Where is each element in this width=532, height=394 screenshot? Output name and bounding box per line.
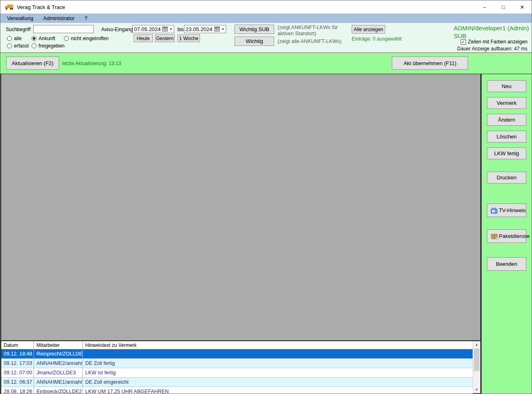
table-row[interactable]: 09.12. 06:37 ANNAHME1/annahme1 DE Zoll e… bbox=[1, 378, 473, 387]
heute-button[interactable]: Heute bbox=[134, 34, 153, 42]
scroll-down-icon[interactable]: ▼ bbox=[473, 386, 480, 393]
window-controls: – □ ✕ bbox=[475, 0, 532, 14]
chevron-down-icon[interactable]: ▼ bbox=[221, 27, 225, 31]
package-icon bbox=[491, 233, 499, 240]
radio-nicht-eingetroffen[interactable]: nicht eingetroffen bbox=[64, 36, 109, 41]
search-label: Suchbegriff bbox=[6, 27, 31, 32]
drucken-button[interactable]: Drucken bbox=[487, 172, 526, 183]
checkbox-checked-icon[interactable]: ✓ bbox=[461, 39, 466, 45]
alle-anzeigen-button[interactable]: Alle anzeigen bbox=[352, 25, 385, 34]
vermerk-table: Datum Mitarbeiter Hinweistext zu Vermerk… bbox=[0, 340, 480, 394]
cell-hinweistext: LKW UM 17,25 UHR ABGEFAHREN bbox=[83, 387, 473, 394]
duration-status: Dauer Anzeige aufbauen: 47 ms bbox=[457, 46, 527, 52]
vermerk-button[interactable]: Vermerk bbox=[487, 97, 526, 109]
calendar-icon bbox=[162, 27, 168, 32]
radio-alle-label: alle bbox=[14, 36, 22, 41]
radio-freigegeben[interactable]: freigegeben bbox=[32, 43, 64, 49]
tv-hinweis-label: TV-Hinweis bbox=[499, 207, 526, 213]
radio-freigegeben-label: freigegeben bbox=[39, 43, 64, 49]
column-header-mitarbeiter[interactable]: Mitarbeiter bbox=[34, 341, 83, 349]
user-info: ADMIN/developer1 (Admin) SUB bbox=[454, 24, 529, 40]
date-to-value: 23.05.2024 bbox=[186, 26, 214, 32]
table-header-row: Datum Mitarbeiter Hinweistext zu Vermerk bbox=[1, 341, 473, 349]
radio-erfasst-circle bbox=[7, 43, 12, 48]
date-from-value: 07.05.2024 bbox=[134, 26, 162, 32]
calendar-icon bbox=[214, 27, 220, 32]
radio-erfasst[interactable]: erfasst bbox=[7, 43, 29, 49]
cell-mitarbeiter: Einboeck/ZOLLDE2 bbox=[34, 387, 83, 394]
date-from-picker[interactable]: 07.05.2024 ▼ bbox=[132, 25, 174, 33]
date-to-picker[interactable]: 23.05.2024 ▼ bbox=[184, 25, 226, 33]
cell-datum: 09.12. 17:03 bbox=[1, 359, 34, 368]
search-input[interactable] bbox=[33, 25, 94, 33]
radio-ankunft-circle bbox=[32, 36, 36, 41]
aktualisieren-button[interactable]: Aktualisieren (F2) bbox=[6, 57, 59, 70]
gestern-button[interactable]: Gestern bbox=[155, 34, 175, 42]
radio-ankunft[interactable]: Ankunft bbox=[32, 36, 55, 41]
wichtig-button[interactable]: Wichtig bbox=[234, 36, 274, 46]
scrollbar-thumb[interactable] bbox=[474, 349, 480, 371]
menu-administrator[interactable]: Administrator bbox=[38, 14, 80, 23]
cell-hinweistext: LKW ist fertig bbox=[83, 368, 473, 377]
user-line1: ADMIN/developer1 (Admin) bbox=[454, 24, 529, 32]
scroll-up-icon[interactable]: ▲ bbox=[473, 341, 480, 348]
table-row[interactable]: 09.12. 17:03 ANNAHME2/annahme2 DE Zoll f… bbox=[1, 359, 473, 368]
rows-color-checkbox-label: Zeilen mit Farben anzeigen bbox=[468, 39, 527, 45]
radio-alle-circle bbox=[7, 36, 12, 41]
table-row[interactable]: 09.12. 07:00 Jinariu/ZOLLDE3 LKW ist fer… bbox=[1, 368, 473, 378]
action-bar: Aktualisieren (F2) letzte Aktualisierung… bbox=[0, 52, 532, 75]
cell-hinweistext bbox=[83, 349, 473, 358]
radio-nicht-eingetroffen-circle bbox=[64, 36, 69, 41]
tv-hinweis-button[interactable]: TV-Hinweis bbox=[487, 204, 526, 217]
neu-button[interactable]: Neu bbox=[487, 80, 526, 92]
cell-datum: 09.12. 07:00 bbox=[1, 368, 34, 377]
menu-verwaltung[interactable]: Verwaltung bbox=[2, 14, 38, 23]
menu-bar: Verwaltung Administrator ? bbox=[0, 14, 532, 23]
column-header-hinweistext[interactable]: Hinweistext zu Vermerk bbox=[83, 341, 473, 349]
table-row[interactable]: 28.08. 18:26 Einboeck/ZOLLDE2 LKW UM 17,… bbox=[1, 387, 473, 394]
cell-mitarbeiter: ANNAHME1/annahme1 bbox=[34, 378, 83, 387]
truck-icon bbox=[5, 4, 14, 10]
cell-datum: 28.08. 18:26 bbox=[1, 387, 34, 394]
cell-hinweistext: DE Zoll fertig bbox=[83, 359, 473, 368]
paketdienste-label: Paketdienste bbox=[499, 233, 530, 239]
wichtig-sub-button[interactable]: Wichtig SUB bbox=[234, 25, 274, 34]
entries-status: Einträge: 0 ausgewählt bbox=[352, 36, 402, 42]
radio-alle[interactable]: alle bbox=[7, 36, 22, 41]
window-title: Verag Track & Trace bbox=[17, 4, 65, 10]
maximize-button[interactable]: □ bbox=[494, 0, 513, 14]
cell-datum: 09.12. 06:37 bbox=[1, 378, 34, 387]
menu-help[interactable]: ? bbox=[80, 14, 92, 23]
close-button[interactable]: ✕ bbox=[513, 0, 532, 14]
main-list-area[interactable] bbox=[0, 74, 480, 340]
paketdienste-button[interactable]: Paketdienste bbox=[487, 229, 526, 243]
radio-ankunft-label: Ankunft bbox=[39, 36, 55, 41]
last-update-status: letzte Aktualisierung: 13:13 bbox=[62, 61, 121, 66]
cell-mitarbeiter: Jinariu/ZOLLDE3 bbox=[34, 368, 83, 377]
wichtig-sub-description: (zeigt ANKUNFT-LKWs für aktiven Standort… bbox=[277, 25, 353, 37]
vermerk-table-grid: Datum Mitarbeiter Hinweistext zu Vermerk… bbox=[1, 341, 473, 394]
lkw-fertig-button[interactable]: LKW fertig bbox=[487, 147, 526, 159]
app-window: Verag Track & Trace – □ ✕ Verwaltung Adm… bbox=[0, 0, 532, 394]
table-row[interactable]: 09.12. 18:48 Reinprecht/ZOLLDE1 bbox=[1, 349, 473, 359]
cell-hinweistext: DE Zoll eingereicht bbox=[83, 378, 473, 387]
radio-erfasst-label: erfasst bbox=[14, 43, 29, 49]
aviso-label: Aviso-Eingang bbox=[101, 27, 133, 32]
cell-datum: 09.12. 18:48 bbox=[1, 349, 34, 358]
title-bar: Verag Track & Trace – □ ✕ bbox=[0, 0, 532, 14]
chevron-down-icon[interactable]: ▼ bbox=[169, 27, 173, 31]
loeschen-button[interactable]: Löschen bbox=[487, 131, 526, 143]
radio-nicht-eingetroffen-label: nicht eingetroffen bbox=[71, 36, 109, 41]
minimize-button[interactable]: – bbox=[475, 0, 494, 14]
table-scrollbar[interactable]: ▲ ▼ bbox=[473, 341, 480, 393]
column-header-datum[interactable]: Datum bbox=[1, 341, 34, 349]
tv-icon bbox=[491, 207, 499, 214]
aendern-button[interactable]: Ändern bbox=[487, 114, 526, 126]
cell-mitarbeiter: Reinprecht/ZOLLDE1 bbox=[34, 349, 83, 358]
eine-woche-button[interactable]: 1 Woche bbox=[177, 34, 200, 42]
rows-color-checkbox-row[interactable]: ✓ Zeilen mit Farben anzeigen bbox=[461, 39, 527, 45]
filter-panel: Suchbegriff alle Ankunft nicht eingetrof… bbox=[0, 23, 532, 52]
beenden-button[interactable]: Beenden bbox=[487, 257, 526, 271]
sidebar: Neu Vermerk Ändern Löschen LKW fertig Dr… bbox=[482, 74, 532, 394]
akt-uebernehmen-button[interactable]: Akt übernehmen (F11) bbox=[392, 57, 468, 70]
